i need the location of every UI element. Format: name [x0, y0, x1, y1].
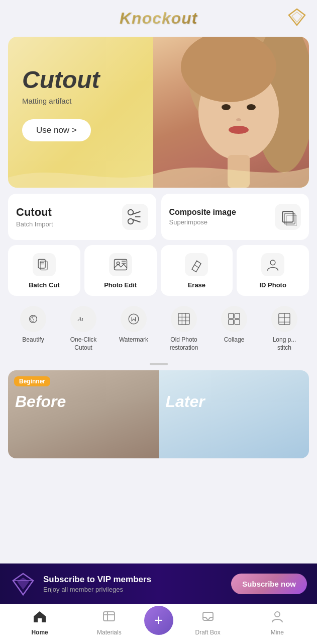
composite-tool-sub: Superimpose — [169, 218, 236, 226]
svg-line-27 — [195, 265, 199, 268]
add-icon: + — [154, 613, 163, 628]
small-tools-row: Batch Cut Photo Edit Erase — [8, 245, 309, 296]
cutout-tool-card[interactable]: Cutout Batch Import — [8, 194, 156, 240]
svg-rect-49 — [103, 612, 115, 621]
svg-rect-32 — [178, 313, 189, 325]
erase-label: Erase — [188, 281, 205, 289]
use-now-button[interactable]: Use now > — [22, 119, 91, 141]
after-label: Later — [166, 392, 205, 411]
photo-edit-icon — [109, 253, 132, 276]
nav-materials[interactable]: Materials — [74, 609, 144, 636]
nav-mine[interactable]: Mine — [243, 609, 312, 636]
cutout-tool-name: Cutout — [16, 206, 53, 219]
erase-icon — [185, 253, 208, 276]
cutout-tool-sub: Batch Import — [16, 220, 53, 228]
watermark-icon — [121, 306, 147, 332]
one-click-label: One-ClickCutout — [70, 336, 97, 352]
vip-title: Subscribe to VIP members — [43, 575, 224, 585]
nav-home[interactable]: Home — [5, 609, 74, 636]
watermark-item[interactable]: Watermark — [109, 301, 159, 357]
erase-card[interactable]: Erase — [161, 245, 233, 296]
photo-edit-label: Photo Edit — [104, 281, 137, 289]
svg-rect-39 — [229, 319, 234, 325]
diamond-icon[interactable] — [287, 7, 307, 27]
photo-edit-card[interactable]: Photo Edit — [84, 245, 157, 296]
bottom-nav: Home Materials + Draft Box — [0, 604, 317, 644]
app-header: Knockout — [0, 0, 317, 33]
svg-point-7 — [247, 104, 256, 110]
collage-label: Collage — [224, 336, 245, 344]
big-tools-row: Cutout Batch Import Composite image Supe… — [8, 194, 309, 240]
svg-point-28 — [270, 260, 275, 265]
nav-draft-label: Draft Box — [195, 629, 221, 636]
tools-section: Cutout Batch Import Composite image Supe… — [0, 194, 317, 365]
svg-point-9 — [229, 126, 249, 134]
composite-tool-name: Composite image — [169, 208, 236, 217]
beginner-badge: Beginner — [14, 376, 50, 386]
old-photo-label: Old Photorestoration — [170, 336, 198, 352]
composite-icon — [275, 204, 301, 230]
scroll-indicator — [8, 363, 309, 365]
after-panel: Later — [159, 370, 309, 458]
vip-text: Subscribe to VIP members Enjoy all membe… — [43, 575, 224, 593]
svg-point-8 — [236, 118, 241, 121]
composite-tool-card[interactable]: Composite image Superimpose — [161, 194, 309, 240]
materials-icon — [102, 609, 116, 627]
batch-cut-icon — [33, 253, 56, 276]
old-photo-item[interactable]: Old Photorestoration — [159, 301, 209, 357]
batch-cut-label: Batch Cut — [29, 281, 59, 289]
batch-cut-card[interactable]: Batch Cut — [8, 245, 80, 296]
watermark-label: Watermark — [119, 336, 148, 344]
svg-marker-48 — [34, 611, 46, 622]
svg-rect-37 — [229, 313, 234, 318]
composite-tool-info: Composite image Superimpose — [169, 208, 236, 226]
draft-box-icon — [201, 609, 215, 627]
beautify-label: Beautify — [22, 336, 44, 344]
hero-subtitle: Matting artifact — [22, 97, 100, 105]
svg-rect-38 — [235, 313, 240, 318]
before-after-section: Beginner Before Later — [8, 370, 309, 458]
hero-text: Cutout Matting artifact Use now > — [22, 67, 100, 141]
nav-materials-label: Materials — [97, 629, 122, 636]
scroll-dot — [150, 363, 168, 365]
before-label: Before — [15, 392, 66, 411]
mine-icon — [270, 609, 284, 627]
svg-text:Aı: Aı — [77, 315, 83, 323]
vip-banner: Subscribe to VIP members Enjoy all membe… — [0, 564, 317, 604]
long-stitch-item[interactable]: Long p...stitch — [259, 301, 309, 357]
collage-icon — [221, 306, 247, 332]
vip-subtitle: Enjoy all member privileges — [43, 586, 224, 593]
hero-title: Cutout — [22, 67, 100, 94]
beautify-item[interactable]: Beautify — [8, 301, 58, 357]
old-photo-icon — [171, 306, 197, 332]
long-stitch-label: Long p...stitch — [273, 336, 296, 352]
one-click-cutout-item[interactable]: Aı One-ClickCutout — [58, 301, 109, 357]
collage-item[interactable]: Collage — [209, 301, 259, 357]
svg-point-6 — [222, 104, 231, 110]
hero-wave — [8, 157, 309, 188]
nav-draft-box[interactable]: Draft Box — [173, 609, 243, 636]
svg-point-53 — [275, 612, 280, 617]
nav-add-button[interactable]: + — [144, 606, 173, 635]
subscribe-button[interactable]: Subscribe now — [231, 574, 307, 594]
long-stitch-icon — [271, 306, 297, 332]
one-click-icon: Aı — [70, 306, 96, 332]
id-photo-label: ID Photo — [259, 281, 286, 289]
app-title: Knockout — [120, 9, 198, 28]
nav-home-label: Home — [31, 629, 48, 636]
cutout-icon — [122, 204, 148, 230]
scroll-tools-row: Beautify Aı One-ClickCutout Watermark — [8, 301, 309, 361]
svg-point-11 — [128, 210, 133, 215]
svg-marker-0 — [289, 9, 305, 25]
id-photo-card[interactable]: ID Photo — [237, 245, 309, 296]
hero-banner: Cutout Matting artifact Use now > — [8, 37, 309, 188]
home-icon — [33, 609, 47, 627]
cutout-tool-info: Cutout Batch Import — [16, 206, 53, 228]
nav-mine-label: Mine — [271, 629, 284, 636]
svg-rect-40 — [235, 319, 240, 325]
vip-diamond-icon — [10, 571, 36, 597]
id-photo-icon — [261, 253, 284, 276]
beautify-icon — [20, 306, 46, 332]
svg-point-12 — [128, 219, 133, 224]
